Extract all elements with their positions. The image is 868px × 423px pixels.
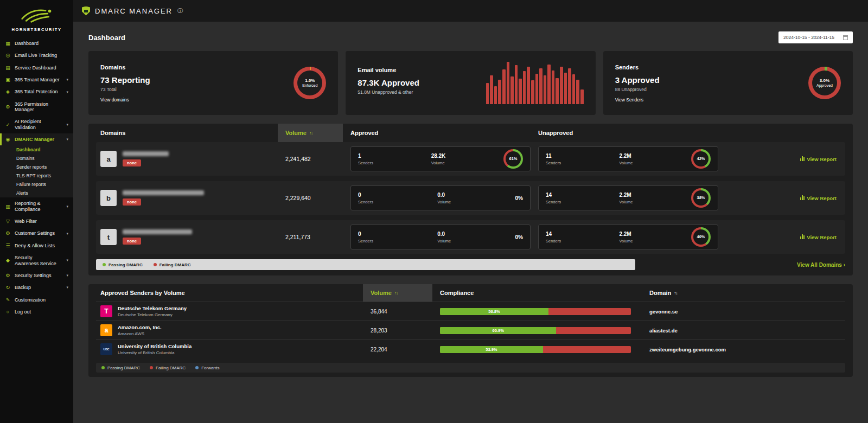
volume-label: Volume xyxy=(437,239,451,243)
approved-volume: 0.0 xyxy=(437,231,451,237)
sidebar-subitem-sender-reports[interactable]: Sender reports xyxy=(0,163,73,171)
card-title: Senders xyxy=(615,64,660,70)
sidebar-subitem-tls-rpt-reports[interactable]: TLS-RPT reports xyxy=(0,171,73,180)
approved-stats-box: 1Senders 28.2KVolume 61% xyxy=(350,146,531,171)
view-report-link[interactable]: View Report xyxy=(718,156,845,162)
info-icon[interactable]: ⓘ xyxy=(177,7,183,15)
policy-badge: none xyxy=(123,198,141,206)
page-header: Dashboard 2024-10-15 - 2024-11-15 xyxy=(88,31,853,43)
sidebar-item-ai-recipient-validation[interactable]: ✓ AI Recipient Validation ▾ xyxy=(0,116,73,133)
passing-dmarc-dot xyxy=(103,263,106,266)
column-header-approved: Approved xyxy=(350,130,531,136)
approved-senders-panel: Approved Senders by Volume Volume ↑↓ Com… xyxy=(88,284,853,377)
recipient-validation-icon: ✓ xyxy=(5,122,11,127)
sidebar-item-dmarc-manager[interactable]: ◉ DMARC Manager ▾ xyxy=(0,133,73,145)
sidebar-subitem-alerts[interactable]: Alerts xyxy=(0,189,73,197)
security-settings-icon: ⚙ xyxy=(5,273,11,278)
policy-badge: none xyxy=(123,159,141,166)
sidebar-item-customization[interactable]: ✎ Customization xyxy=(0,294,73,306)
donut-percent-label: 1.0% xyxy=(302,78,317,84)
sender-volume: 36,844 xyxy=(363,309,432,315)
sidebar-item-customer-settings[interactable]: ⚙ Customer Settings ▾ xyxy=(0,227,73,239)
chevron-down-icon[interactable]: ▾ xyxy=(66,78,68,82)
sidebar-item-label: Reporting & Compliance xyxy=(15,201,62,212)
chevron-down-icon[interactable]: ▾ xyxy=(66,204,68,209)
email-volume-bar-chart xyxy=(486,62,584,104)
sidebar-item-label: 365 Total Protection xyxy=(15,89,58,94)
pct-label: 38% xyxy=(697,195,705,200)
chevron-down-icon[interactable]: ▾ xyxy=(66,273,68,278)
view-report-link[interactable]: View Report xyxy=(718,195,845,201)
chevron-down-icon[interactable]: ▾ xyxy=(66,232,68,236)
unapproved-volume: 2.2M xyxy=(619,153,633,159)
chevron-down-icon[interactable]: ▾ xyxy=(66,258,68,262)
sidebar-item-deny-allow-lists[interactable]: ☰ Deny & Allow Lists xyxy=(0,240,73,252)
sender-domain: zweiteumgebung.gevonne.com xyxy=(649,347,726,352)
chevron-down-icon[interactable]: ▾ xyxy=(66,285,68,290)
sender-domain: gevonne.se xyxy=(649,309,678,315)
sidebar-item-dashboard[interactable]: ▦ Dashboard xyxy=(0,37,73,49)
sidebar-item-365-tenant-manager[interactable]: ▣ 365 Tenant Manager ▾ xyxy=(0,74,73,86)
customization-icon: ✎ xyxy=(5,297,11,303)
amazon-logo: a xyxy=(100,324,112,336)
donut-percent-label: 3.0% xyxy=(816,78,833,84)
approved-senders-value: 3 Approved xyxy=(615,75,660,85)
senders-summary-card: Senders 3 Approved 88 Unapproved View Se… xyxy=(603,51,853,115)
sidebar-item-365-permission-manager[interactable]: ⚙ 365 Permission Manager xyxy=(0,98,73,116)
tenant-manager-icon: ▣ xyxy=(5,77,11,82)
view-report-link[interactable]: View Report xyxy=(718,234,845,240)
compliance-pct-label: 53.9% xyxy=(486,347,497,352)
sidebar-item-web-filter[interactable]: ▽ Web Filter xyxy=(0,215,73,227)
compliance-bar: 53.9% xyxy=(440,346,631,353)
sidebar-item-backup[interactable]: ↻ Backup ▾ xyxy=(0,281,73,293)
sidebar-item-service-dashboard[interactable]: ▤ Service Dashboard xyxy=(0,62,73,74)
sidebar-item-log-out[interactable]: ○ Log out xyxy=(0,306,73,318)
column-header-volume-sort[interactable]: Volume ↑↓ xyxy=(363,284,432,302)
sidebar-item-security-settings[interactable]: ⚙ Security Settings ▾ xyxy=(0,270,73,281)
chevron-down-icon[interactable]: ▾ xyxy=(66,123,68,127)
column-header-unapproved: Unapproved xyxy=(538,130,718,136)
date-range-picker[interactable]: 2024-10-15 - 2024-11-15 xyxy=(778,31,853,43)
sort-icon: ↑↓ xyxy=(674,291,677,296)
sidebar-item-label: Service Dashboard xyxy=(15,65,56,70)
sidebar-item-label: 365 Permission Manager xyxy=(15,101,68,113)
legend-label: Failing DMARC xyxy=(159,262,191,267)
column-header-domain-sort[interactable]: Domain ↑↓ xyxy=(649,290,845,296)
compliance-pct-label: 56.8% xyxy=(488,309,500,314)
unapproved-stats-box: 11Senders 2.2MVolume 42% xyxy=(538,146,718,171)
sidebar-subitem-failure-reports[interactable]: Failure reports xyxy=(0,180,73,189)
sidebar-item-365-total-protection[interactable]: ◈ 365 Total Protection ▾ xyxy=(0,86,73,98)
sidebar-item-email-live-tracking[interactable]: ◎ Email Live Tracking xyxy=(0,49,73,61)
domain-table-row: a none 2,241,482 1Senders 28.2KVolume 61… xyxy=(96,142,845,176)
sidebar-group-dmarc-manager: ◉ DMARC Manager ▾ Dashboard Domains Send… xyxy=(0,133,73,197)
senders-label: Senders xyxy=(358,239,373,243)
sidebar-item-label: Dashboard xyxy=(15,41,39,46)
sidebar-subitem-dashboard[interactable]: Dashboard xyxy=(0,145,73,154)
domain-name-redacted xyxy=(123,151,169,156)
unapproved-volume-value: 51.8M Unapproved & other xyxy=(358,89,419,95)
app-root: HORNETSECURITY ▦ Dashboard ◎ Email Live … xyxy=(0,0,868,423)
senders-label: Senders xyxy=(546,161,561,165)
sidebar-item-reporting-compliance[interactable]: ▥ Reporting & Compliance ▾ xyxy=(0,197,73,215)
column-header-volume: Volume xyxy=(371,290,392,296)
chevron-down-icon[interactable]: ▾ xyxy=(66,137,68,142)
summary-cards: Domains 73 Reporting 73 Total View domai… xyxy=(88,51,853,115)
sender-name: Deutsche Telekom Germany xyxy=(118,305,187,311)
sender-subname: Amazon AWS xyxy=(118,331,162,336)
compliance-bar: 56.8% xyxy=(440,308,631,315)
sidebar-item-security-awareness-service[interactable]: ◆ Security Awareness Service ▾ xyxy=(0,252,73,270)
page-title: Dashboard xyxy=(88,34,125,42)
sidebar: HORNETSECURITY ▦ Dashboard ◎ Email Live … xyxy=(0,0,73,423)
domain-name-redacted xyxy=(123,229,192,234)
sidebar-item-label: DMARC Manager xyxy=(15,137,54,142)
lists-icon: ☰ xyxy=(5,243,11,248)
view-senders-link[interactable]: View Senders xyxy=(615,97,660,102)
view-domains-link[interactable]: View domains xyxy=(100,97,150,102)
sidebar-subitem-domains[interactable]: Domains xyxy=(0,154,73,163)
chevron-down-icon[interactable]: ▾ xyxy=(66,90,68,94)
sender-table-row: UBC University of British Columbia Unive… xyxy=(96,339,845,358)
column-header-volume-sort[interactable]: Volume ↑↓ xyxy=(278,124,343,142)
total-protection-icon: ◈ xyxy=(5,89,11,94)
sidebar-item-label: Customization xyxy=(15,297,46,303)
view-all-domains-link[interactable]: View All Domains › xyxy=(797,262,845,268)
